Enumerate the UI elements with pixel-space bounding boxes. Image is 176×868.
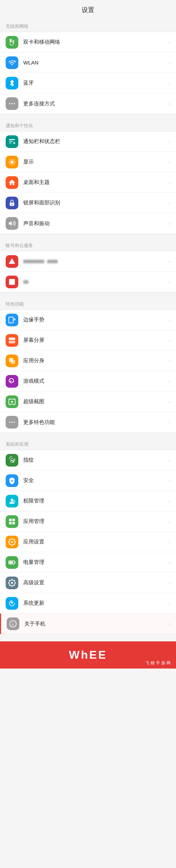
permissions-icon [6,495,18,507]
svg-rect-1 [12,40,14,43]
split-screen-label: 屏幕分屏 [23,337,169,344]
menu-item-fingerprint[interactable]: 指纹 › [0,450,176,470]
more-features-label: 更多特色功能 [23,419,169,426]
security-icon [6,474,18,487]
menu-item-edge-gesture[interactable]: 边缘手势 › [0,310,176,330]
svg-point-6 [14,103,15,104]
menu-item-app-settings[interactable]: 应用设置 › [0,532,176,552]
menu-item-split-screen[interactable]: 屏幕分屏 › [0,330,176,351]
svg-point-5 [11,103,13,104]
page-title: 设置 [0,0,176,18]
system-update-label: 系统更新 [23,600,169,607]
menu-item-security[interactable]: 安全 › [0,470,176,491]
system-update-icon [6,597,18,610]
menu-item-bluetooth[interactable]: 蓝牙 › [0,73,176,93]
section-label-notification: 通知和个性化 [0,118,176,131]
svg-rect-8 [9,141,13,142]
security-label: 安全 [23,477,169,484]
account1-content [23,260,169,263]
menu-item-battery[interactable]: 电量管理 › [0,552,176,573]
menu-item-advanced[interactable]: 高级设置 › [0,573,176,593]
app-management-label: 应用管理 [23,518,169,525]
svg-rect-37 [12,518,15,521]
menu-item-more-features[interactable]: 更多特色功能 › [0,412,176,432]
menu-item-notification-bar[interactable]: 通知栏和状态栏 › [0,131,176,152]
app-settings-icon [6,536,18,548]
svg-rect-36 [9,518,12,521]
svg-rect-26 [9,340,15,343]
svg-marker-22 [9,221,12,226]
notification-bar-icon [6,135,18,148]
permissions-chevron: › [169,498,170,504]
menu-item-screenshot[interactable]: 超级截图 › [0,392,176,412]
screenshot-icon [6,395,18,408]
advanced-chevron: › [169,580,170,586]
svg-rect-0 [10,39,12,42]
svg-point-30 [11,401,13,403]
section-label-features: 特色功能 [0,296,176,309]
game-mode-chevron: › [169,378,170,384]
wlan-chevron: › [169,60,170,66]
dual-sim-label: 双卡和移动网络 [23,39,169,45]
svg-line-17 [14,164,14,164]
menu-item-more-connections[interactable]: 更多连接方式 › [0,93,176,114]
menu-item-lockscreen[interactable]: 锁屏和面部识别 › [0,193,176,213]
svg-point-4 [9,103,11,104]
menu-item-about[interactable]: 关于手机 › [0,614,176,634]
menu-item-system-update[interactable]: 系统更新 › [0,593,176,614]
section-label-wireless: 无线和网络 [0,18,176,32]
menu-item-desktop-theme[interactable]: 桌面和主题 › [0,172,176,193]
svg-point-33 [14,421,15,423]
edge-gesture-chevron: › [169,317,170,323]
menu-item-account1[interactable]: › [0,251,176,272]
section-notification: 通知和个性化 通知栏和状态栏 › [0,118,176,234]
more-connections-icon [6,97,18,110]
more-connections-label: 更多连接方式 [23,100,169,107]
app-management-icon [6,515,18,528]
menu-item-sound[interactable]: 声音和振动 › [0,213,176,234]
screenshot-chevron: › [169,399,170,405]
section-wireless: 无线和网络 双卡和移动网络 › WLAN › [0,18,176,114]
menu-item-dual-sim[interactable]: 双卡和移动网络 › [0,32,176,53]
whee-text: WhEE [69,648,107,661]
section-system: 系统和应用 指纹 › [0,436,176,634]
display-chevron: › [169,159,170,165]
svg-rect-42 [10,561,13,564]
menu-item-account2[interactable]: › [0,272,176,292]
game-mode-label: 游戏模式 [23,378,169,384]
battery-label: 电量管理 [23,559,169,566]
svg-rect-24 [9,317,13,323]
menu-item-display[interactable]: 显示 › [0,152,176,172]
about-label: 关于手机 [24,621,169,627]
group-wireless: 双卡和移动网络 › WLAN › [0,32,176,114]
game-mode-icon [6,375,18,388]
svg-point-11 [10,160,13,164]
more-features-icon [6,416,18,429]
security-chevron: › [169,478,170,484]
fingerprint-chevron: › [169,457,170,463]
screenshot-label: 超级截图 [23,398,169,405]
sound-label: 声音和振动 [23,220,169,227]
lockscreen-label: 锁屏和面部识别 [23,199,169,206]
bluetooth-icon [6,77,18,90]
svg-point-40 [11,541,13,543]
display-icon [6,156,18,168]
svg-rect-39 [12,522,15,524]
app-settings-label: 应用设置 [23,538,169,545]
group-features: 边缘手势 › 屏幕分屏 › 应用分身 › [0,309,176,433]
menu-item-permissions[interactable]: 权限管理 › [0,491,176,511]
split-screen-icon [6,334,18,347]
edge-gesture-label: 边缘手势 [23,316,169,323]
app-clone-chevron: › [169,358,170,364]
group-notification: 通知栏和状态栏 › 显示 › [0,131,176,234]
lockscreen-icon [6,197,18,209]
svg-point-21 [12,204,13,205]
account2-icon [6,276,18,288]
wlan-icon [6,56,18,69]
menu-item-game-mode[interactable]: 游戏模式 › [0,371,176,392]
display-label: 显示 [23,159,169,165]
menu-item-app-clone[interactable]: 应用分身 › [0,351,176,371]
menu-item-app-management[interactable]: 应用管理 › [0,511,176,532]
svg-point-43 [11,582,13,584]
menu-item-wlan[interactable]: WLAN › [0,53,176,73]
